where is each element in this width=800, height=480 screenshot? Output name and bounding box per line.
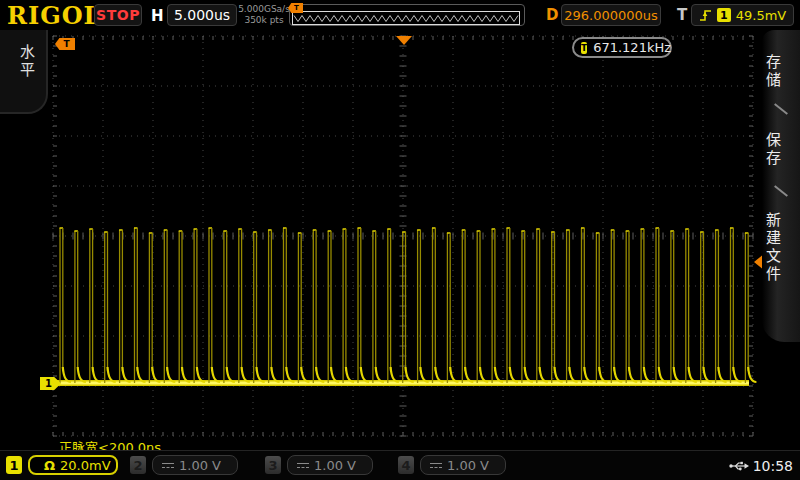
trigger-time-flag-marker[interactable]: T (55, 38, 75, 50)
counter-trigger-badge: T (581, 42, 587, 54)
dc-coupling-icon (162, 463, 174, 468)
trigger-label: T (677, 6, 687, 24)
ch1-ground-marker[interactable]: 1 (40, 377, 61, 390)
menu-separator (774, 103, 788, 114)
sample-rate: 5.000GSa/s (238, 4, 290, 15)
oscilloscope-screen: RIGOL STOP H 5.000us 5.000GSa/s 350k pts… (0, 0, 800, 480)
run-stop-status[interactable]: STOP (94, 4, 142, 26)
dc-coupling-icon (297, 463, 309, 468)
channel-status-bar: 1 Ω 20.0mV 2 1.00 V 3 1.00 V 4 1.00 V (0, 450, 800, 480)
acquisition-info: 5.000GSa/s 350k pts (238, 4, 290, 26)
ch2-badge[interactable]: 2 (130, 456, 146, 474)
timebase-value[interactable]: 5.000us (167, 4, 237, 26)
ch4-scale-box[interactable]: 1.00 V (420, 455, 506, 475)
waveform-preview-window[interactable] (289, 4, 525, 26)
ch2-scale-value: 1.00 V (179, 458, 221, 473)
menu-item-new-file[interactable]: 新建文件 (762, 212, 800, 284)
time-value: 10:58 (753, 458, 793, 474)
ch1-badge[interactable]: 1 (6, 456, 22, 474)
rising-edge-icon (699, 7, 712, 23)
waveform-display (0, 0, 800, 480)
ch1-scale-box[interactable]: Ω 20.0mV (28, 455, 118, 475)
impedance-icon: Ω (44, 458, 55, 473)
ch3-scale-value: 1.00 V (314, 458, 356, 473)
ch2-scale-box[interactable]: 1.00 V (152, 455, 238, 475)
horizontal-tab-label: 水平 (16, 44, 37, 80)
menu-separator (774, 185, 788, 196)
horizontal-label: H (151, 7, 164, 25)
menu-item-save[interactable]: 保存 (762, 132, 800, 168)
ch1-scale-value: 20.0mV (60, 458, 111, 473)
ch3-badge[interactable]: 3 (265, 456, 281, 474)
status-clock: 10:58 (729, 458, 793, 474)
horizontal-menu-tab[interactable]: 水平 (0, 30, 48, 114)
storage-softkey-menu: 存储 保存 新建文件 (762, 30, 800, 342)
frequency-counter: T 671.121kHz (572, 37, 672, 58)
trigger-level-value: 49.5mV (736, 8, 787, 23)
menu-item-storage[interactable]: 存储 (762, 54, 800, 90)
memory-depth: 350k pts (238, 15, 290, 26)
counter-frequency-value: 671.121kHz (593, 40, 671, 55)
trigger-source-badge: 1 (717, 8, 731, 22)
dc-coupling-icon (430, 463, 442, 468)
trigger-settings[interactable]: 1 49.5mV (691, 4, 794, 26)
rigol-logo: RIGOL (7, 1, 101, 30)
trigger-delay-value[interactable]: 296.000000us (561, 4, 661, 26)
ch4-badge[interactable]: 4 (398, 456, 414, 474)
delay-label: D (546, 6, 558, 24)
usb-icon (729, 460, 749, 472)
ch4-scale-value: 1.00 V (447, 458, 489, 473)
trigger-position-marker-icon[interactable] (396, 36, 412, 45)
ch3-scale-box[interactable]: 1.00 V (287, 455, 373, 475)
